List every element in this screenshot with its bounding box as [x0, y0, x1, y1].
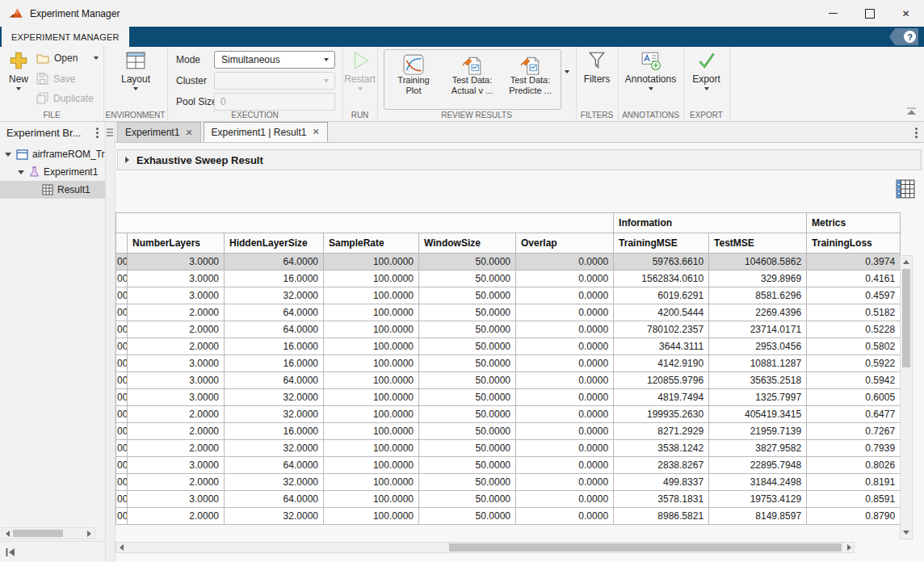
table-cell[interactable]: 00	[116, 287, 128, 304]
table-cell[interactable]: 64.0000	[225, 372, 324, 389]
table-row[interactable]: 003.000032.0000100.000050.00000.00006019…	[116, 287, 901, 304]
table-cell[interactable]: 16.0000	[225, 338, 324, 355]
table-cell[interactable]: 2.0000	[128, 321, 225, 338]
table-cell[interactable]: 00	[116, 423, 128, 440]
table-cell[interactable]: 120855.9796	[614, 372, 709, 389]
table-cell[interactable]: 50.0000	[419, 508, 516, 525]
table-cell[interactable]: 0.5228	[807, 321, 901, 338]
table-column-header[interactable]: WindowSize	[419, 233, 516, 254]
table-cell[interactable]: 00	[116, 372, 128, 389]
table-cell[interactable]: 199935.2630	[614, 406, 709, 423]
table-cell[interactable]: 32.0000	[225, 389, 324, 406]
table-row[interactable]: 003.000016.0000100.000050.00000.00001562…	[116, 271, 901, 287]
sidebar-splitter[interactable]	[105, 122, 116, 562]
table-column-header[interactable]: HiddenLayerSize	[225, 233, 324, 254]
table-cell[interactable]: 50.0000	[419, 287, 516, 304]
table-cell[interactable]: 21959.7139	[709, 423, 807, 440]
tab-close-icon[interactable]: ✕	[185, 128, 192, 138]
table-row[interactable]: 003.000064.0000100.000050.00000.00001208…	[116, 372, 901, 389]
table-cell[interactable]: 2.0000	[128, 440, 225, 457]
table-cell[interactable]: 00	[116, 254, 128, 271]
table-cell[interactable]: 3.0000	[128, 271, 225, 287]
table-cell[interactable]: 64.0000	[225, 491, 324, 508]
table-cell[interactable]: 3538.1242	[614, 440, 709, 457]
table-cell[interactable]: 32.0000	[225, 440, 324, 457]
table-row[interactable]: 003.000032.0000100.000050.00000.00004819…	[116, 389, 901, 406]
table-cell[interactable]: 00	[116, 440, 128, 457]
table-cell[interactable]: 8581.6296	[709, 287, 807, 304]
table-cell[interactable]: 0.5802	[807, 338, 901, 355]
table-cell[interactable]: 100.0000	[324, 287, 419, 304]
table-cell[interactable]: 00	[116, 271, 128, 287]
table-cell[interactable]: 10881.1287	[709, 355, 807, 372]
table-row[interactable]: 003.000064.0000100.000050.00000.00003578…	[116, 491, 901, 508]
table-cell[interactable]: 2838.8267	[614, 457, 709, 474]
table-cell[interactable]: 64.0000	[225, 321, 324, 338]
table-view-button[interactable]	[896, 179, 915, 199]
gallery-expand-icon[interactable]	[565, 70, 569, 73]
table-cell[interactable]: 3.0000	[128, 389, 225, 406]
collapse-ribbon-button[interactable]	[906, 103, 917, 118]
table-cell[interactable]: 8149.8597	[709, 508, 807, 525]
table-cell[interactable]: 4200.5444	[614, 304, 709, 321]
table-cell[interactable]: 00	[116, 491, 128, 508]
table-cell[interactable]: 3827.9582	[709, 440, 807, 457]
table-cell[interactable]: 50.0000	[419, 440, 516, 457]
table-cell[interactable]: 0.5182	[807, 304, 901, 321]
tab-experiment-manager[interactable]: EXPERIMENT MANAGER	[2, 27, 129, 47]
table-row[interactable]: 002.000016.0000100.000050.00000.00003644…	[116, 338, 901, 355]
table-cell[interactable]: 00	[116, 457, 128, 474]
table-cell[interactable]: 0.0000	[516, 508, 614, 525]
table-cell[interactable]: 0.0000	[516, 304, 614, 321]
table-cell[interactable]: 0.6005	[807, 389, 901, 406]
table-cell[interactable]: 3.0000	[128, 355, 225, 372]
table-cell[interactable]: 00	[116, 304, 128, 321]
table-cell[interactable]: 2.0000	[128, 423, 225, 440]
table-cell[interactable]: 50.0000	[419, 355, 516, 372]
table-cell[interactable]: 100.0000	[324, 491, 419, 508]
table-cell[interactable]: 4819.7494	[614, 389, 709, 406]
help-button[interactable]: ?	[889, 28, 918, 45]
table-cell[interactable]: 16.0000	[225, 423, 324, 440]
tree-item-project[interactable]: airframeROM_Tra	[0, 145, 105, 163]
table-cell[interactable]: 50.0000	[419, 491, 516, 508]
table-row[interactable]: 002.000032.0000100.000050.00000.00003538…	[116, 440, 901, 457]
table-cell[interactable]: 32.0000	[225, 406, 324, 423]
table-cell[interactable]: 100.0000	[324, 457, 419, 474]
test-data-actual-button[interactable]: Test Data: Actual v ...	[443, 50, 502, 109]
table-cell[interactable]: 2269.4396	[709, 304, 807, 321]
table-cell[interactable]: 0.0000	[516, 355, 614, 372]
table-column-header[interactable]: TestMSE	[709, 233, 807, 254]
table-row[interactable]: 002.000032.0000100.000050.00000.0000499.…	[116, 474, 901, 491]
table-cell[interactable]: 3.0000	[128, 372, 225, 389]
table-cell[interactable]: 100.0000	[324, 406, 419, 423]
table-cell[interactable]: 100.0000	[324, 423, 419, 440]
scrollbar-thumb[interactable]	[902, 269, 910, 367]
table-cell[interactable]: 100.0000	[324, 389, 419, 406]
table-cell[interactable]: 2.0000	[128, 406, 225, 423]
table-cell[interactable]: 00	[116, 389, 128, 406]
table-column-header[interactable]: SampleRate	[324, 233, 419, 254]
open-button[interactable]: Open	[36, 52, 99, 64]
table-cell[interactable]: 3578.1831	[614, 491, 709, 508]
table-cell[interactable]: 100.0000	[324, 338, 419, 355]
table-cell[interactable]: 0.5942	[807, 372, 901, 389]
table-cell[interactable]: 35635.2518	[709, 372, 807, 389]
table-vertical-scrollbar[interactable]	[900, 255, 913, 539]
tab-experiment1-result1[interactable]: Experiment1 | Result1 ✕	[204, 122, 328, 142]
table-cell[interactable]: 0.4597	[807, 287, 901, 304]
table-cell[interactable]: 00	[116, 338, 128, 355]
pool-size-field[interactable]: 0	[214, 93, 335, 111]
table-row[interactable]: 003.000064.0000100.000050.00000.00002838…	[116, 457, 901, 474]
table-cell[interactable]: 0.0000	[516, 389, 614, 406]
table-cell[interactable]: 0.0000	[516, 372, 614, 389]
table-cell[interactable]: 64.0000	[225, 304, 324, 321]
table-cell[interactable]: 0.0000	[516, 254, 614, 271]
table-cell[interactable]: 50.0000	[419, 271, 516, 287]
table-cell[interactable]: 0.8026	[807, 457, 901, 474]
tree-item-experiment1[interactable]: Experiment1	[0, 163, 105, 181]
table-cell[interactable]: 0.0000	[516, 474, 614, 491]
exhaustive-sweep-result-header[interactable]: Exhaustive Sweep Result	[117, 149, 922, 170]
table-cell[interactable]: 100.0000	[324, 254, 419, 271]
table-cell[interactable]: 499.8337	[614, 474, 709, 491]
